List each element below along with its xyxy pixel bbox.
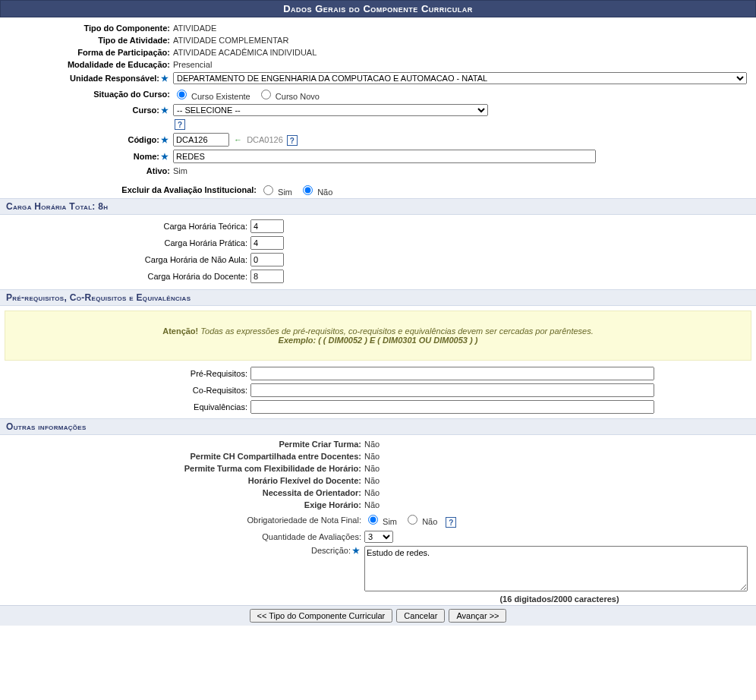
modalidade-value: Presencial: [173, 60, 212, 69]
section-outras-informacoes: Outras informações: [0, 418, 756, 435]
unidade-label: Unidade Responsável:: [70, 74, 159, 83]
carga-pratica-input[interactable]: [250, 236, 284, 250]
situacao-novo-label: Curso Novo: [276, 92, 320, 101]
curso-label: Curso:: [133, 106, 159, 115]
carga-teorica-label: Carga Horária Teórica:: [0, 218, 249, 235]
qtd-avaliacoes-label: Quantidade de Avaliações:: [0, 529, 363, 544]
help-icon[interactable]: ?: [175, 119, 185, 130]
footer-bar: << Tipo do Componente Curricular Cancela…: [0, 605, 756, 626]
situacao-novo-radio[interactable]: [261, 90, 271, 99]
situacao-existente-label: Curso Existente: [191, 92, 250, 101]
carga-naoaula-input[interactable]: [250, 253, 284, 266]
tipo-componente-value: ATIVIDADE: [173, 24, 216, 33]
exige-horario-label: Exige Horário:: [0, 499, 363, 511]
permite-flex-label: Permite Turma com Flexibilidade de Horár…: [0, 462, 363, 475]
forma-participacao-label: Forma de Participação:: [0, 46, 172, 58]
obrigatoriedade-sim-radio[interactable]: [368, 515, 378, 525]
excluir-nao-radio[interactable]: [303, 185, 313, 195]
section-prerequisitos: Pré-requisitos, Co-Requisitos e Equivalê…: [0, 289, 756, 306]
back-button[interactable]: << Tipo do Componente Curricular: [250, 609, 393, 623]
situacao-existente-radio[interactable]: [177, 90, 187, 99]
permite-ch-label: Permite CH Compartilhada entre Docentes:: [0, 450, 363, 462]
ativo-value: Sim: [173, 166, 187, 175]
descricao-label: Descrição:: [311, 546, 351, 555]
excluir-sim-label: Sim: [278, 188, 292, 197]
modalidade-label: Modalidade de Educação:: [0, 58, 172, 71]
required-star-icon: ★: [161, 74, 169, 83]
excluir-nao-label: Não: [317, 188, 332, 197]
carga-docente-input[interactable]: [250, 270, 284, 283]
permite-criar-value: Não: [363, 438, 756, 450]
permite-flex-value: Não: [363, 462, 756, 475]
required-star-icon: ★: [352, 546, 360, 555]
arrow-left-icon: ←: [234, 135, 242, 144]
co-requisitos-label: Co-Requisitos:: [0, 382, 249, 399]
orientador-value: Não: [363, 487, 756, 499]
required-star-icon: ★: [161, 106, 169, 115]
carga-teorica-input[interactable]: [250, 219, 284, 233]
obrigatoriedade-nao-radio[interactable]: [408, 515, 417, 525]
curso-select[interactable]: -- SELECIONE --: [173, 104, 488, 116]
tipo-atividade-value: ATIVIDADE COMPLEMENTAR: [173, 36, 288, 45]
help-icon[interactable]: ?: [287, 135, 298, 146]
descricao-textarea[interactable]: Estudo de redes.: [364, 546, 748, 591]
nome-input[interactable]: [173, 150, 596, 163]
equivalencias-label: Equivalências:: [0, 399, 249, 415]
warning-text: Todas as expressões de pré-requisitos, c…: [198, 326, 594, 336]
warning-box: Atenção! Todas as expressões de pré-requ…: [5, 311, 751, 361]
carga-naoaula-label: Carga Horária de Não Aula:: [0, 251, 249, 268]
next-button[interactable]: Avançar >>: [449, 609, 506, 623]
forma-participacao-value: ATIVIDADE ACADÊMICA INDIVIDUAL: [173, 48, 317, 57]
carga-pratica-label: Carga Horária Prática:: [0, 235, 249, 251]
excluir-sim-radio[interactable]: [263, 185, 273, 195]
pre-requisitos-label: Pré-Requisitos:: [0, 365, 249, 382]
obrigatoriedade-nao-label: Não: [422, 517, 437, 526]
pre-requisitos-input[interactable]: [250, 367, 654, 380]
codigo-label: Código:: [128, 135, 159, 144]
descricao-counter: (16 digitados/2000 caracteres): [364, 593, 754, 604]
exige-horario-value: Não: [363, 499, 756, 511]
cancel-button[interactable]: Cancelar: [396, 609, 445, 623]
required-star-icon: ★: [161, 152, 169, 161]
tipo-atividade-label: Tipo de Atividade:: [0, 34, 172, 46]
permite-ch-value: Não: [363, 450, 756, 462]
page-title: Dados Gerais do Componente Curricular: [0, 0, 756, 17]
help-icon[interactable]: ?: [446, 517, 456, 528]
obrigatoriedade-label: Obrigatoriedade de Nota Final:: [0, 511, 363, 529]
warning-example: Exemplo: ( ( DIM0052 ) E ( DIM0301 OU DI…: [279, 336, 478, 345]
orientador-label: Necessita de Orientador:: [0, 487, 363, 499]
ativo-label: Ativo:: [0, 165, 172, 177]
obrigatoriedade-sim-label: Sim: [383, 517, 397, 526]
warning-bold: Atenção!: [162, 326, 198, 336]
equivalencias-input[interactable]: [250, 400, 654, 414]
qtd-avaliacoes-select[interactable]: 3: [364, 531, 393, 543]
situacao-label: Situação do Curso:: [0, 86, 172, 102]
excluir-label: Excluir da Avaliação Institucional:: [0, 181, 258, 198]
horario-flex-value: Não: [363, 475, 756, 487]
horario-flex-label: Horário Flexível do Docente:: [0, 475, 363, 487]
nome-label: Nome:: [134, 152, 159, 161]
section-carga-horaria: Carga Horária Total: 8h: [0, 198, 756, 215]
tipo-componente-label: Tipo do Componente:: [0, 22, 172, 34]
permite-criar-label: Permite Criar Turma:: [0, 438, 363, 450]
codigo-hint: DCA0126: [247, 135, 283, 144]
carga-docente-label: Carga Horária do Docente:: [0, 268, 249, 285]
codigo-input[interactable]: [173, 133, 229, 147]
unidade-select[interactable]: DEPARTAMENTO DE ENGENHARIA DA COMPUTACAO…: [173, 72, 747, 84]
required-star-icon: ★: [161, 135, 169, 144]
co-requisitos-input[interactable]: [250, 383, 654, 397]
